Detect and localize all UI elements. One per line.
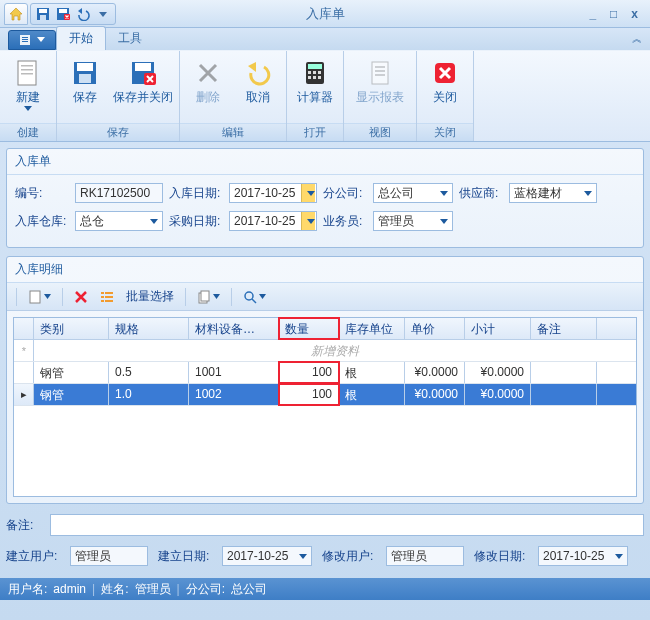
- quick-access-toolbar: [0, 3, 116, 25]
- grid-row[interactable]: 钢管 0.5 1001 100 根 ¥0.0000 ¥0.0000: [14, 362, 636, 384]
- qat-save-close-icon[interactable]: [55, 6, 71, 22]
- detail-grid[interactable]: 类别 规格 材料设备… 数量 库存单位 单价 小计 备注 * 新增资料 钢管 0…: [13, 317, 637, 497]
- col-subtotal[interactable]: 小计: [465, 318, 531, 339]
- svg-rect-3: [40, 15, 46, 20]
- svg-rect-39: [30, 291, 40, 303]
- svg-rect-44: [105, 296, 113, 298]
- svg-rect-41: [101, 292, 104, 294]
- col-unit[interactable]: 库存单位: [339, 318, 405, 339]
- svg-rect-10: [22, 37, 28, 38]
- svg-rect-27: [308, 64, 322, 69]
- svg-rect-2: [39, 9, 47, 13]
- close-button[interactable]: x: [631, 7, 638, 21]
- purchase-date-field[interactable]: 2017-10-25: [229, 211, 317, 231]
- svg-rect-30: [318, 71, 321, 74]
- svg-rect-37: [375, 74, 385, 76]
- warehouse-label: 入库仓库:: [15, 213, 69, 230]
- modify-date-label: 修改日期:: [474, 548, 528, 565]
- svg-rect-32: [313, 76, 316, 79]
- supplier-field[interactable]: 蓝格建材: [509, 183, 597, 203]
- detail-toolbar: 批量选择: [7, 283, 643, 311]
- col-spec[interactable]: 规格: [109, 318, 189, 339]
- calculator-icon: [299, 57, 331, 89]
- undo-icon: [242, 57, 274, 89]
- date-label: 入库日期:: [169, 185, 223, 202]
- group-open-label: 打开: [287, 123, 343, 141]
- ribbon-tabs: 开始 工具 ︽: [0, 28, 650, 50]
- create-user-label: 建立用户:: [6, 548, 60, 565]
- group-edit-label: 编辑: [180, 123, 286, 141]
- save-close-icon: [127, 57, 159, 89]
- qat-customize-icon[interactable]: [95, 6, 111, 22]
- col-price[interactable]: 单价: [405, 318, 465, 339]
- col-category[interactable]: 类别: [34, 318, 109, 339]
- status-branch-label: 分公司:: [186, 581, 225, 598]
- svg-rect-5: [59, 9, 67, 13]
- new-icon: [12, 57, 44, 89]
- supplier-label: 供应商:: [459, 185, 503, 202]
- detail-new-button[interactable]: [24, 288, 55, 306]
- grid-row-selected[interactable]: ▸ 钢管 1.0 1002 100 根 ¥0.0000 ¥0.0000: [14, 384, 636, 406]
- audit-footer: 建立用户: 管理员 建立日期: 2017-10-25 修改用户: 管理员 修改日…: [6, 544, 644, 572]
- app-menu-button[interactable]: [8, 30, 56, 50]
- detail-copy-button[interactable]: [193, 288, 224, 306]
- detail-panel-title: 入库明细: [7, 257, 643, 283]
- svg-marker-40: [44, 294, 51, 299]
- svg-rect-34: [372, 62, 388, 84]
- modify-date-field: 2017-10-25: [538, 546, 628, 566]
- create-date-label: 建立日期:: [158, 548, 212, 565]
- close-form-button[interactable]: 关闭: [421, 55, 469, 108]
- qat-undo-icon[interactable]: [75, 6, 91, 22]
- remark-field[interactable]: [50, 514, 644, 536]
- svg-marker-18: [24, 106, 32, 111]
- status-branch-value: 总公司: [231, 581, 267, 598]
- svg-rect-16: [21, 69, 33, 71]
- svg-rect-46: [105, 300, 113, 302]
- clerk-field[interactable]: 管理员: [373, 211, 453, 231]
- new-button[interactable]: 新建: [4, 55, 52, 113]
- svg-rect-21: [79, 74, 91, 83]
- calculator-button[interactable]: 计算器: [291, 55, 339, 108]
- svg-rect-12: [22, 41, 28, 42]
- svg-line-51: [252, 299, 256, 303]
- save-close-button[interactable]: 保存并关闭: [111, 55, 175, 108]
- status-user-value: admin: [53, 582, 86, 596]
- tab-tools[interactable]: 工具: [106, 27, 154, 50]
- col-quantity[interactable]: 数量: [279, 318, 339, 339]
- detail-delete-button[interactable]: [70, 288, 92, 306]
- branch-field[interactable]: 总公司: [373, 183, 453, 203]
- remark-label: 备注:: [6, 517, 42, 534]
- minimize-button[interactable]: _: [589, 7, 596, 21]
- home-icon[interactable]: [4, 3, 28, 25]
- ribbon: 新建 创建 保存 保存并关闭 保存 删除 取消: [0, 50, 650, 142]
- col-remark[interactable]: 备注: [531, 318, 597, 339]
- svg-rect-31: [308, 76, 311, 79]
- grid-new-row[interactable]: * 新增资料: [14, 340, 636, 362]
- code-field: RK17102500: [75, 183, 163, 203]
- tab-start[interactable]: 开始: [56, 26, 106, 50]
- status-name-value: 管理员: [135, 581, 171, 598]
- batch-select-button[interactable]: 批量选择: [122, 286, 178, 307]
- report-icon: [364, 57, 396, 89]
- svg-rect-15: [21, 65, 33, 67]
- svg-marker-52: [259, 294, 266, 299]
- svg-rect-20: [77, 63, 93, 71]
- save-button[interactable]: 保存: [61, 55, 109, 108]
- svg-rect-36: [375, 70, 385, 72]
- detail-search-button[interactable]: [239, 288, 270, 306]
- date-field[interactable]: 2017-10-25: [229, 183, 317, 203]
- delete-button: 删除: [184, 55, 232, 108]
- maximize-button[interactable]: □: [610, 7, 617, 21]
- detail-list-button[interactable]: [96, 288, 118, 306]
- warehouse-field[interactable]: 总仓: [75, 211, 163, 231]
- status-bar: 用户名: admin | 姓名: 管理员 | 分公司: 总公司: [0, 578, 650, 600]
- modify-user-label: 修改用户:: [322, 548, 376, 565]
- qat-save-icon[interactable]: [35, 6, 51, 22]
- close-icon: [429, 57, 461, 89]
- svg-marker-7: [78, 8, 82, 14]
- branch-label: 分公司:: [323, 185, 367, 202]
- titlebar: 入库单 _ □ x: [0, 0, 650, 28]
- col-material[interactable]: 材料设备…: [189, 318, 279, 339]
- ribbon-collapse-icon[interactable]: ︽: [632, 32, 642, 46]
- cancel-button[interactable]: 取消: [234, 55, 282, 108]
